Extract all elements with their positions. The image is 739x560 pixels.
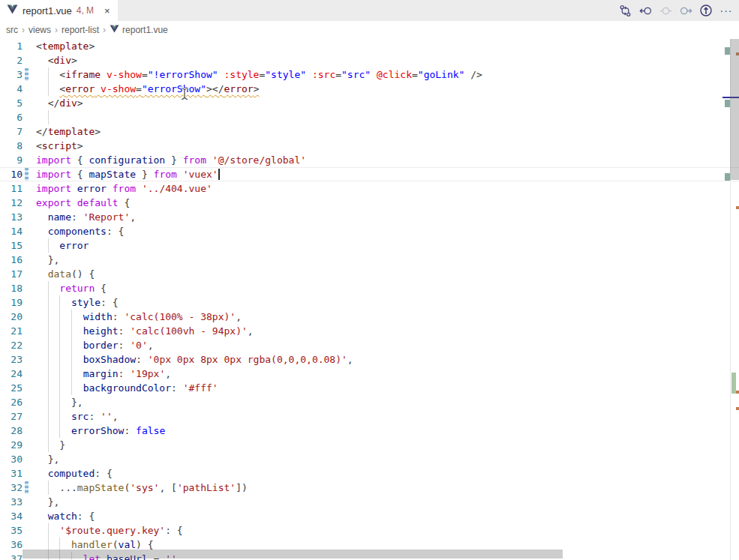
line-number[interactable]: 13 [0,210,23,224]
code-line[interactable]: 29 } [0,438,739,452]
code-line[interactable]: 17 data() { [0,267,739,281]
code-line[interactable]: 2 <div> [0,53,739,67]
code-line[interactable]: 5 </div> [0,96,739,110]
code-line[interactable]: 13 name: 'Report', [0,210,739,224]
code-line[interactable]: 24 margin: '19px', [0,367,739,381]
code-line[interactable]: 35 '$route.query.key': { [0,523,739,538]
code-line[interactable]: 26 }, [0,395,739,409]
code-line[interactable]: 32 ...mapState('sys', ['pathList']) [0,481,739,495]
indent-guide [59,367,60,381]
line-number[interactable]: 27 [0,409,23,424]
line-number[interactable]: 37 [0,552,23,560]
line-number[interactable]: 11 [0,181,23,196]
more-actions-icon[interactable]: ··· [719,4,733,17]
chevron-right-icon: › [22,25,25,35]
line-number[interactable]: 19 [0,295,23,310]
line-number[interactable]: 36 [0,538,23,552]
indent-guide [48,481,49,495]
code-line[interactable]: 6 [0,110,739,124]
indent-guide [59,310,60,324]
line-number[interactable]: 4 [0,82,23,96]
line-number[interactable]: 32 [0,481,23,495]
vertical-scrollbar[interactable] [730,39,739,180]
code-line[interactable]: 33 }, [0,495,739,509]
code-line[interactable]: 10import { mapState } from 'vuex' [0,167,739,181]
line-number[interactable]: 22 [0,338,23,352]
code-line[interactable]: 16 }, [0,253,739,267]
line-number[interactable]: 26 [0,395,23,409]
line-number[interactable]: 6 [0,110,23,124]
editor-toolbar: ··· [618,0,733,21]
line-number[interactable]: 9 [0,153,23,167]
line-number[interactable]: 8 [0,139,23,153]
open-changes-icon[interactable] [699,4,713,17]
code-line[interactable]: 30 }, [0,452,739,466]
line-number[interactable]: 14 [0,224,23,238]
previous-change-icon[interactable] [638,4,652,17]
line-number[interactable]: 35 [0,523,23,538]
code-line[interactable]: 15 error [0,238,739,253]
line-number[interactable]: 34 [0,509,23,523]
line-number[interactable]: 1 [0,39,23,53]
indent-guide [59,424,60,438]
code-line[interactable]: 28 errorShow: false [0,424,739,438]
code-line[interactable]: 18 return { [0,281,739,295]
code-line[interactable]: 9import { configuration } from '@/store/… [0,153,739,167]
indent-guide [48,381,49,395]
line-number[interactable]: 23 [0,352,23,367]
line-number[interactable]: 7 [0,124,23,139]
code-line[interactable]: 3 <iframe v-show="!errorShow" :style="st… [0,67,739,82]
code-line[interactable]: 34 watch: { [0,509,739,523]
line-number[interactable]: 17 [0,267,23,281]
horizontal-scrollbar[interactable] [23,550,563,559]
code-line[interactable]: 7</template> [0,124,739,139]
code-line[interactable]: 22 border: '0', [0,338,739,352]
code-line[interactable]: 20 width: 'calc(100% - 38px)', [0,310,739,324]
code-line[interactable]: 4 <error v-show="errorShow"></error> [0,82,739,96]
code-line[interactable]: 27 src: '', [0,409,739,424]
indent-guide [71,338,72,352]
line-number[interactable]: 12 [0,196,23,210]
line-number[interactable]: 16 [0,253,23,267]
line-number[interactable]: 21 [0,324,23,338]
mouse-ibeam-cursor [180,87,189,103]
breadcrumb-src[interactable]: src [6,25,18,35]
tab-report1-vue[interactable]: report1.vue 4, M × [0,0,118,21]
line-number[interactable]: 2 [0,53,23,67]
code-line[interactable]: 14 components: { [0,224,739,238]
code-line[interactable]: 21 height: 'calc(100vh - 94px)', [0,324,739,338]
line-number[interactable]: 10 [0,167,23,181]
indent-guide [59,381,60,395]
line-number[interactable]: 15 [0,238,23,253]
line-number[interactable]: 30 [0,452,23,466]
line-number[interactable]: 28 [0,424,23,438]
code-line[interactable]: 31 computed: { [0,466,739,481]
next-change-icon[interactable] [679,4,692,17]
close-icon[interactable]: × [104,5,110,16]
line-number[interactable]: 25 [0,381,23,395]
breadcrumb-views[interactable]: views [29,25,51,35]
line-number[interactable]: 20 [0,310,23,324]
breadcrumb-file[interactable]: report1.vue [110,25,168,35]
line-number[interactable]: 5 [0,96,23,110]
code-editor[interactable]: 1<template>2 <div>3 <iframe v-show="!err… [0,39,739,560]
breadcrumb-report-list[interactable]: report-list [62,25,99,35]
code-line[interactable]: 12export default { [0,196,739,210]
vue-file-icon [110,25,119,35]
overview-marker-modified [725,173,730,181]
line-number[interactable]: 29 [0,438,23,452]
indent-guide [71,367,72,381]
git-compare-icon[interactable] [618,4,632,17]
code-line[interactable]: 19 style: { [0,295,739,310]
code-line[interactable]: 11import error from '../404.vue' [0,181,739,196]
tab-bar: report1.vue 4, M × [0,0,739,21]
line-number[interactable]: 3 [0,67,23,82]
line-number[interactable]: 18 [0,281,23,295]
code-line[interactable]: 8<script> [0,139,739,153]
line-number[interactable]: 31 [0,466,23,481]
code-line[interactable]: 1<template> [0,39,739,53]
code-line[interactable]: 25 backgroundColor: '#fff' [0,381,739,395]
code-line[interactable]: 23 boxShadow: '0px 0px 8px 0px rgba(0,0,… [0,352,739,367]
line-number[interactable]: 33 [0,495,23,509]
line-number[interactable]: 24 [0,367,23,381]
